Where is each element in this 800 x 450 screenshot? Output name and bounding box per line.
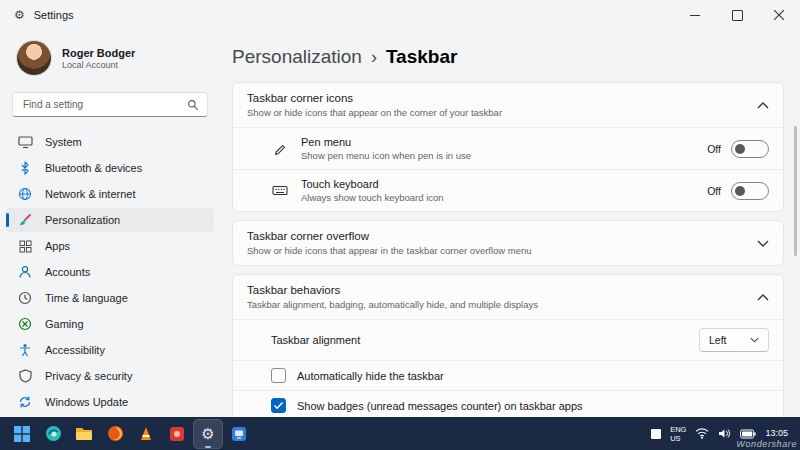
sidebar-item-accounts[interactable]: Accounts: [6, 260, 214, 284]
setting-subtitle: Always show touch keyboard icon: [301, 192, 695, 203]
settings-taskbar-button[interactable]: ⚙: [194, 420, 222, 448]
auto-hide-checkbox[interactable]: [271, 368, 286, 383]
sidebar-item-label: Gaming: [45, 318, 84, 330]
alignment-label: Taskbar alignment: [271, 334, 360, 346]
breadcrumb-personalization[interactable]: Personalization: [232, 46, 362, 68]
sidebar-item-label: Personalization: [45, 214, 120, 226]
sidebar-item-label: Windows Update: [45, 396, 128, 408]
toggle-knob: [735, 186, 745, 196]
gaming-icon: [17, 317, 33, 331]
battery-icon[interactable]: [740, 429, 756, 439]
language-line1: ENG: [670, 425, 686, 434]
sidebar-item-apps[interactable]: Apps: [6, 234, 214, 258]
privacy-icon: [17, 369, 33, 383]
setting-title: Touch keyboard: [301, 178, 695, 190]
chevron-up-icon: [757, 293, 769, 302]
card-taskbar-corner-overflow: Taskbar corner overflow Show or hide ico…: [232, 220, 784, 266]
time-language-icon: [17, 291, 33, 305]
setting-subtitle: Show pen menu icon when pen is in use: [301, 150, 695, 161]
sidebar-item-label: Time & language: [45, 292, 128, 304]
setting-row-taskbar-alignment: Taskbar alignment Left: [233, 319, 783, 360]
scrollbar[interactable]: [794, 126, 797, 256]
sidebar-item-accessibility[interactable]: Accessibility: [6, 338, 214, 362]
windows-update-icon: [17, 395, 33, 409]
card-header-corner-overflow[interactable]: Taskbar corner overflow Show or hide ico…: [233, 221, 783, 265]
display-app-button[interactable]: [225, 420, 253, 448]
red-app-button[interactable]: [163, 420, 191, 448]
card-title: Taskbar corner icons: [247, 92, 747, 104]
checkbox-label: Automatically hide the taskbar: [297, 370, 444, 382]
main-content: Personalization › Taskbar Taskbar corner…: [220, 30, 800, 417]
search-box[interactable]: [12, 92, 208, 117]
edge-app-button[interactable]: [39, 420, 67, 448]
touch-keyboard-toggle[interactable]: [731, 182, 769, 200]
minimize-button[interactable]: [674, 0, 716, 30]
display-app-icon: [231, 426, 247, 442]
pen-menu-toggle[interactable]: [731, 140, 769, 158]
tray-app-icon[interactable]: [651, 429, 661, 439]
sidebar-item-personalization[interactable]: Personalization: [6, 208, 214, 232]
sidebar-item-label: Apps: [45, 240, 70, 252]
time: 13:05: [765, 428, 788, 439]
toggle-state-label: Off: [707, 185, 721, 197]
bluetooth-icon: [17, 161, 33, 175]
firefox-button[interactable]: [101, 420, 129, 448]
taskbar: ⚙ ENG US 13:05 Wondershare: [0, 417, 800, 450]
card-subtitle: Show or hide icons that appear on the co…: [247, 107, 747, 118]
settings-gear-icon: ⚙: [201, 426, 214, 441]
taskbar-alignment-dropdown[interactable]: Left: [699, 328, 769, 352]
window-controls: [674, 0, 800, 30]
check-icon: [273, 401, 284, 410]
sidebar-item-label: Network & internet: [45, 188, 135, 200]
search-icon: [187, 99, 199, 111]
maximize-icon: [732, 10, 743, 21]
maximize-button[interactable]: [716, 0, 758, 30]
user-name: Roger Bodger: [62, 47, 135, 59]
file-explorer-icon: [75, 426, 93, 441]
window-title: Settings: [34, 9, 74, 21]
setting-row-pen-menu: Pen menu Show pen menu icon when pen is …: [233, 127, 783, 169]
red-app-icon: [169, 426, 185, 442]
file-explorer-button[interactable]: [70, 420, 98, 448]
sidebar-nav: System Bluetooth & devices Network & int…: [0, 129, 220, 415]
toggle-state-label: Off: [707, 143, 721, 155]
sidebar-item-bluetooth[interactable]: Bluetooth & devices: [6, 156, 214, 180]
sidebar-item-label: Accessibility: [45, 344, 105, 356]
sidebar-item-privacy[interactable]: Privacy & security: [6, 364, 214, 388]
card-header-behaviors[interactable]: Taskbar behaviors Taskbar alignment, bad…: [233, 275, 783, 319]
search-input[interactable]: [21, 98, 187, 111]
card-subtitle: Show or hide icons that appear in the ta…: [247, 245, 747, 256]
start-icon: [14, 426, 30, 442]
setting-row-touch-keyboard: Touch keyboard Always show touch keyboar…: [233, 169, 783, 211]
start-button[interactable]: [8, 420, 36, 448]
toggle-knob: [735, 144, 745, 154]
sidebar-item-network[interactable]: Network & internet: [6, 182, 214, 206]
titlebar: ⚙ Settings: [0, 0, 800, 30]
chevron-up-icon: [757, 101, 769, 110]
sidebar-item-label: Accounts: [45, 266, 90, 278]
sidebar-item-label: System: [45, 136, 82, 148]
pen-icon: [271, 141, 289, 156]
sidebar-item-time-language[interactable]: Time & language: [6, 286, 214, 310]
sidebar-item-gaming[interactable]: Gaming: [6, 312, 214, 336]
sidebar-item-label: Bluetooth & devices: [45, 162, 142, 174]
setting-row-show-badges: Show badges (unread messages counter) on…: [233, 390, 783, 417]
wifi-icon[interactable]: [695, 428, 709, 439]
taskbar-clock[interactable]: 13:05: [765, 428, 788, 439]
system-icon: [17, 135, 33, 149]
sidebar-item-windows-update[interactable]: Windows Update: [6, 390, 214, 414]
settings-app-icon: ⚙: [14, 9, 25, 21]
dropdown-value: Left: [709, 334, 727, 346]
vlc-cone-icon: [138, 426, 154, 441]
language-indicator[interactable]: ENG US: [670, 425, 686, 443]
show-badges-checkbox[interactable]: [271, 398, 286, 413]
apps-icon: [17, 240, 33, 253]
settings-window: ⚙ Settings Roger Bodger Local Account: [0, 0, 800, 450]
close-button[interactable]: [758, 0, 800, 30]
setting-row-auto-hide: Automatically hide the taskbar: [233, 360, 783, 390]
sidebar-item-system[interactable]: System: [6, 130, 214, 154]
vlc-button[interactable]: [132, 420, 160, 448]
account-card[interactable]: Roger Bodger Local Account: [0, 34, 220, 84]
card-header-corner-icons[interactable]: Taskbar corner icons Show or hide icons …: [233, 83, 783, 127]
volume-icon[interactable]: [718, 428, 731, 439]
